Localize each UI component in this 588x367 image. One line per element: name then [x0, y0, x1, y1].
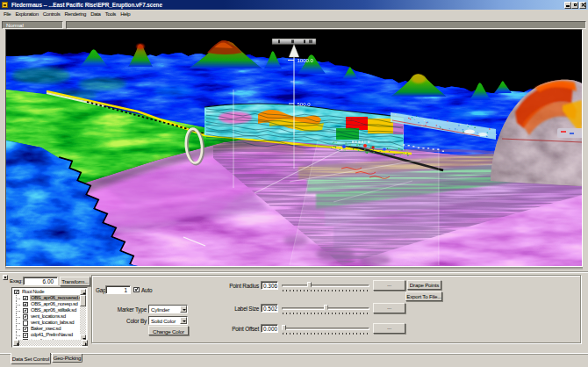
- point-controls-group: Gap 1 Auto Marker Type Cylinder Color By…: [91, 275, 581, 343]
- dropdown-arrow-button[interactable]: [180, 317, 187, 324]
- menu-controls[interactable]: Controls: [40, 10, 62, 19]
- close-button[interactable]: [579, 2, 586, 9]
- point-offset-slider[interactable]: [282, 327, 369, 330]
- scale-label-upper: 1000.0: [298, 58, 314, 63]
- tree-connector: [16, 335, 21, 336]
- scroll-right-button[interactable]: [82, 340, 88, 346]
- tree-connector: [16, 317, 21, 318]
- tree-item-checkbox[interactable]: [23, 308, 28, 313]
- tree-item[interactable]: OBS_apr06_recovered.sd: [13, 295, 82, 301]
- tree-item-checkbox[interactable]: [23, 320, 28, 326]
- tree-vscrollbar[interactable]: [80, 289, 86, 341]
- minimize-button[interactable]: [564, 2, 571, 9]
- tree-connector: [16, 311, 21, 312]
- tree-item-label[interactable]: OBS_apr06_noresp.sd: [30, 301, 78, 307]
- menu-help[interactable]: Help: [118, 10, 133, 19]
- menu-exploration[interactable]: Exploration: [13, 10, 40, 19]
- bottom-dock: Exag: 6.00 Transform... Root Node OBS_ap…: [0, 273, 588, 354]
- label-size-slider-thumb[interactable]: [324, 305, 328, 313]
- tree-item-checkbox[interactable]: [23, 327, 28, 332]
- gap-input[interactable]: 1: [105, 285, 131, 294]
- label-size-input[interactable]: 0.502: [261, 304, 278, 313]
- dataset-tree[interactable]: Root Node OBS_apr06_recovered.sd OBS_apr…: [11, 287, 88, 348]
- scroll-up-button[interactable]: [80, 289, 86, 295]
- restore-button[interactable]: [571, 2, 578, 9]
- tree-item-label[interactable]: OBS_apr06_recovered.sd: [30, 295, 82, 301]
- minimize-icon: [566, 5, 570, 6]
- point-radius-label: Point Radius: [206, 283, 259, 289]
- tab-data-set-control[interactable]: Data Set Control: [11, 353, 51, 364]
- marker-type-label: Marker Type: [101, 306, 147, 313]
- drape-points-button[interactable]: Drape Points: [407, 280, 441, 290]
- label-size-label: Label Size: [206, 306, 259, 312]
- tree-item-label[interactable]: cdp41_PrelimNav.sd: [30, 332, 74, 338]
- tree-item-checkbox[interactable]: [23, 314, 28, 320]
- window-title: Fledermaus -- ...East Pacific Rise\EPR_E…: [11, 0, 162, 10]
- chevron-down-icon: [183, 309, 186, 313]
- mode-indicator: Normal: [2, 21, 63, 29]
- auto-label: Auto: [141, 287, 152, 293]
- point-offset-slider-thumb[interactable]: [282, 325, 286, 333]
- tree-item-checkbox[interactable]: [23, 296, 28, 301]
- menu-data[interactable]: Data: [89, 10, 103, 19]
- color-by-select[interactable]: Solid Color: [148, 316, 188, 325]
- tree-item[interactable]: OBS_apr06_noresp.sd: [13, 301, 82, 307]
- scroll-left-button[interactable]: [13, 340, 19, 346]
- dock-grip[interactable]: [3, 275, 8, 280]
- point-radius-slider-thumb[interactable]: [307, 282, 312, 290]
- menu-file[interactable]: File: [0, 10, 13, 19]
- tab-divider: [0, 353, 588, 354]
- scale-label-lower: 500.0: [298, 102, 312, 107]
- titlebar[interactable]: Fledermaus -- ...East Pacific Rise\EPR_E…: [0, 0, 588, 10]
- tree-item-label[interactable]: Baker_xsec.sd: [30, 326, 61, 332]
- export-to-file-button[interactable]: Export To File...: [405, 291, 442, 301]
- vscroll-thumb[interactable]: [80, 295, 86, 306]
- tree-connector: [16, 305, 21, 306]
- gap-label: Gap: [96, 287, 105, 293]
- tree-item[interactable]: Root Node: [13, 289, 82, 295]
- slider-ticks: [283, 333, 370, 335]
- tree-hscrollbar[interactable]: [13, 340, 88, 346]
- tree-item[interactable]: cdp41_PrelimNav.sd: [13, 332, 82, 338]
- tree-item-checkbox[interactable]: [23, 302, 28, 307]
- exag-input[interactable]: 6.00: [23, 277, 58, 285]
- status-panel: [66, 21, 586, 29]
- tree-item-label[interactable]: vent_location_labs.sd: [30, 320, 75, 326]
- menu-rendering[interactable]: Rendering: [62, 10, 89, 19]
- point-radius-more-button[interactable]: ...: [373, 280, 405, 291]
- dropdown-arrow-button[interactable]: [180, 306, 187, 313]
- chevron-down-icon: [183, 320, 186, 324]
- color-by-value: Solid Color: [151, 318, 176, 324]
- color-by-label: Color By: [101, 318, 147, 324]
- tree-connector: [16, 299, 21, 299]
- point-radius-input[interactable]: 0.306: [261, 281, 278, 290]
- tree-item-label[interactable]: Root Node: [21, 289, 45, 295]
- point-radius-slider[interactable]: [282, 284, 369, 287]
- dock-divider: [0, 271, 588, 273]
- tab-geo-picking[interactable]: Geo-Picking: [52, 354, 82, 363]
- tree-item[interactable]: vent_locations.sd: [13, 313, 82, 320]
- mode-toolbar: Normal: [0, 19, 588, 29]
- label-size-more-button[interactable]: ...: [373, 303, 405, 313]
- tree-connector: [16, 323, 21, 324]
- tree-item-checkbox[interactable]: [14, 290, 19, 295]
- arrow-up-icon: [82, 291, 86, 294]
- menu-tools[interactable]: Tools: [103, 10, 118, 19]
- tree-item[interactable]: vent_location_labs.sd: [13, 320, 82, 326]
- tree-item-label[interactable]: OBS_apr06_stilltalk.sd: [30, 307, 77, 313]
- marker-type-select[interactable]: Cylinder: [148, 305, 188, 313]
- tree-item-label[interactable]: vent_locations.sd: [30, 313, 67, 320]
- app-icon: [2, 2, 8, 8]
- point-offset-input[interactable]: 0.000: [261, 324, 278, 333]
- viewport-3d[interactable]: 1000.0 500.0: [5, 29, 583, 267]
- tree-item[interactable]: OBS_apr06_stilltalk.sd: [13, 307, 82, 313]
- transform-button[interactable]: Transform...: [60, 277, 90, 286]
- point-offset-more-button[interactable]: ...: [373, 323, 405, 334]
- tree-item-checkbox[interactable]: [23, 333, 28, 338]
- auto-checkbox[interactable]: [133, 287, 140, 293]
- tree-item[interactable]: Baker_xsec.sd: [13, 326, 82, 332]
- dock-tabs: Data Set Control Geo-Picking: [0, 353, 588, 365]
- arrow-right-icon: [85, 342, 89, 346]
- change-color-button[interactable]: Change Color: [148, 326, 189, 335]
- scene-3d[interactable]: 1000.0 500.0: [6, 30, 582, 266]
